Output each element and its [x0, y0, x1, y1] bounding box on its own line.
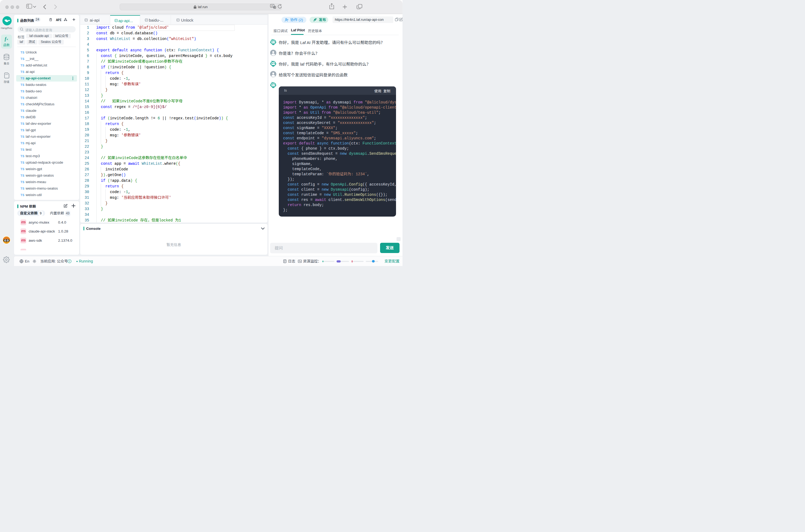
svg-text:A: A	[271, 5, 273, 7]
svg-text:npm: npm	[22, 240, 25, 241]
svg-text:文: 文	[274, 6, 276, 8]
svg-text:npm: npm	[22, 231, 25, 232]
svg-text:npm: npm	[22, 222, 25, 223]
